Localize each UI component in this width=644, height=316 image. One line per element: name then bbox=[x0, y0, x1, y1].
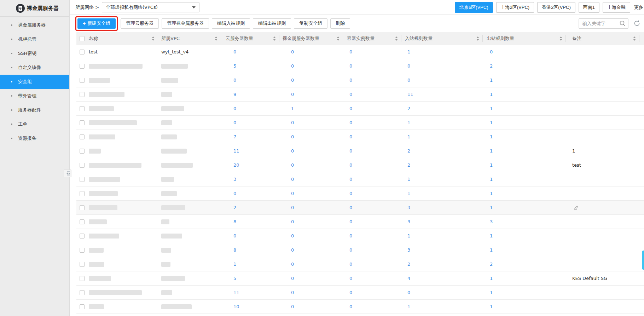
outbound-rules-count-link[interactable]: 1 bbox=[490, 290, 493, 295]
container-instances-count-link[interactable]: 0 bbox=[349, 77, 352, 83]
cloud-servers-count-link[interactable]: 10 bbox=[233, 304, 239, 309]
inbound-rules-count-link[interactable]: 1 bbox=[407, 134, 410, 139]
inbound-rules-count-link[interactable]: 3 bbox=[407, 219, 410, 224]
edit-outbound-rules-button[interactable]: 编辑出站规则 bbox=[253, 18, 291, 29]
row-checkbox[interactable] bbox=[80, 219, 85, 224]
bare-metal-count-link[interactable]: 0 bbox=[291, 134, 294, 139]
bare-metal-count-link[interactable]: 0 bbox=[291, 219, 294, 224]
bare-metal-count-link[interactable]: 0 bbox=[291, 262, 294, 267]
outbound-rules-count-link[interactable]: 1 bbox=[490, 304, 493, 309]
container-instances-count-link[interactable]: 0 bbox=[349, 262, 352, 267]
container-instances-count-link[interactable]: 0 bbox=[349, 219, 352, 224]
row-checkbox[interactable] bbox=[80, 64, 85, 69]
sort-icon[interactable] bbox=[152, 36, 155, 41]
select-all-checkbox[interactable] bbox=[80, 36, 85, 41]
row-checkbox[interactable] bbox=[80, 50, 85, 54]
sidebar-item-oob-management[interactable]: 带外管理 bbox=[0, 89, 69, 103]
container-instances-count-link[interactable]: 0 bbox=[349, 63, 352, 69]
row-checkbox[interactable] bbox=[80, 177, 85, 182]
delete-button[interactable]: 删除 bbox=[330, 18, 350, 29]
cloud-servers-count-link[interactable]: 8 bbox=[233, 247, 236, 253]
outbound-rules-count-link[interactable]: 1 bbox=[490, 162, 493, 168]
sidebar-item-ssh-keys[interactable]: SSH密钥 bbox=[0, 46, 69, 61]
row-checkbox[interactable] bbox=[80, 262, 85, 267]
row-checkbox[interactable] bbox=[80, 205, 85, 210]
sort-icon[interactable] bbox=[476, 36, 479, 41]
row-checkbox[interactable] bbox=[80, 163, 85, 168]
cloud-servers-count-link[interactable]: 5 bbox=[233, 276, 236, 281]
container-instances-count-link[interactable]: 0 bbox=[349, 177, 352, 182]
cloud-servers-count-link[interactable]: 0 bbox=[233, 106, 236, 111]
row-checkbox[interactable] bbox=[80, 290, 85, 295]
cloud-servers-count-link[interactable]: 9 bbox=[233, 92, 236, 97]
row-checkbox[interactable] bbox=[80, 304, 85, 309]
row-checkbox[interactable] bbox=[80, 276, 85, 281]
outbound-rules-count-link[interactable]: 1 bbox=[490, 276, 493, 281]
outbound-rules-count-link[interactable]: 1 bbox=[490, 233, 493, 239]
search-icon[interactable] bbox=[619, 20, 626, 27]
outbound-rules-count-link[interactable]: 0 bbox=[490, 49, 493, 54]
region-button-shanghai-finance[interactable]: 上海金融 bbox=[603, 2, 630, 13]
bare-metal-count-link[interactable]: 0 bbox=[291, 205, 294, 210]
bare-metal-count-link[interactable]: 0 bbox=[291, 92, 294, 97]
bare-metal-count-link[interactable]: 0 bbox=[291, 148, 294, 154]
outbound-rules-count-link[interactable]: 1 bbox=[490, 77, 493, 83]
inbound-rules-count-link[interactable]: 1 bbox=[407, 177, 410, 182]
cloud-servers-count-link[interactable]: 1 bbox=[233, 262, 236, 267]
bare-metal-count-link[interactable]: 0 bbox=[291, 120, 294, 125]
outbound-rules-count-link[interactable]: 1 bbox=[490, 205, 493, 210]
container-instances-count-link[interactable]: 0 bbox=[349, 134, 352, 139]
row-checkbox[interactable] bbox=[80, 120, 85, 125]
bare-metal-count-link[interactable]: 0 bbox=[291, 77, 294, 83]
bare-metal-count-link[interactable]: 0 bbox=[291, 233, 294, 239]
sort-icon[interactable] bbox=[633, 36, 636, 41]
outbound-rules-count-link[interactable]: 1 bbox=[490, 148, 493, 154]
bare-metal-count-link[interactable]: 0 bbox=[291, 276, 294, 281]
feedback-tab[interactable] bbox=[642, 251, 644, 270]
container-instances-count-link[interactable]: 0 bbox=[349, 304, 352, 309]
inbound-rules-count-link[interactable]: 0 bbox=[407, 290, 410, 295]
row-checkbox[interactable] bbox=[80, 92, 85, 97]
bare-metal-count-link[interactable]: 0 bbox=[291, 191, 294, 196]
sidebar-item-rack-hosting[interactable]: 机柜托管 bbox=[0, 32, 69, 46]
row-checkbox[interactable] bbox=[80, 191, 85, 196]
outbound-rules-count-link[interactable]: 1 bbox=[490, 120, 493, 125]
bare-metal-count-link[interactable]: 0 bbox=[291, 162, 294, 168]
bare-metal-count-link[interactable]: 0 bbox=[291, 290, 294, 295]
cloud-servers-count-link[interactable]: 8 bbox=[233, 219, 236, 224]
row-checkbox[interactable] bbox=[80, 78, 85, 83]
inbound-rules-count-link[interactable]: 2 bbox=[407, 162, 410, 168]
container-instances-count-link[interactable]: 0 bbox=[349, 205, 352, 210]
cloud-servers-count-link[interactable]: 3 bbox=[233, 177, 236, 182]
inbound-rules-count-link[interactable]: 1 bbox=[407, 49, 410, 54]
create-security-group-button[interactable]: + 新建安全组 bbox=[77, 18, 116, 29]
inbound-rules-count-link[interactable]: 1 bbox=[407, 233, 410, 239]
region-button-beijing-6-vpc[interactable]: 北京6区(VPC) bbox=[455, 2, 493, 13]
row-checkbox[interactable] bbox=[80, 134, 85, 139]
inbound-rules-count-link[interactable]: 2 bbox=[407, 148, 410, 154]
sort-icon[interactable] bbox=[395, 36, 398, 41]
edit-note-pencil-icon[interactable] bbox=[574, 205, 579, 210]
container-instances-count-link[interactable]: 0 bbox=[349, 233, 352, 239]
row-checkbox[interactable] bbox=[80, 248, 85, 253]
inbound-rules-count-link[interactable]: 1 bbox=[407, 120, 410, 125]
edit-inbound-rules-button[interactable]: 编辑入站规则 bbox=[212, 18, 250, 29]
outbound-rules-count-link[interactable]: 3 bbox=[490, 219, 493, 224]
cloud-servers-count-link[interactable]: 5 bbox=[233, 63, 236, 69]
sort-icon[interactable] bbox=[215, 36, 217, 41]
container-instances-count-link[interactable]: 0 bbox=[349, 276, 352, 281]
bare-metal-count-link[interactable]: 0 bbox=[291, 63, 294, 69]
sidebar-item-server-parts[interactable]: 服务器配件 bbox=[0, 103, 69, 117]
copy-security-group-button[interactable]: 复制安全组 bbox=[294, 18, 327, 29]
inbound-rules-count-link[interactable]: 2 bbox=[407, 262, 410, 267]
inbound-rules-count-link[interactable]: 4 bbox=[407, 276, 410, 281]
sidebar-item-bare-metal-servers[interactable]: 裸金属服务器 bbox=[0, 18, 69, 32]
cloud-servers-count-link[interactable]: 0 bbox=[233, 120, 236, 125]
outbound-rules-count-link[interactable]: 1 bbox=[490, 106, 493, 111]
cloud-servers-count-link[interactable]: 20 bbox=[233, 162, 239, 168]
inbound-rules-count-link[interactable]: 0 bbox=[407, 77, 410, 83]
inbound-rules-count-link[interactable]: 2 bbox=[407, 106, 410, 111]
sidebar-item-custom-images[interactable]: 自定义镜像 bbox=[0, 61, 69, 75]
manage-cloud-servers-button[interactable]: 管理云服务器 bbox=[121, 18, 159, 29]
sidebar-item-security-groups[interactable]: 安全组 bbox=[0, 75, 69, 89]
